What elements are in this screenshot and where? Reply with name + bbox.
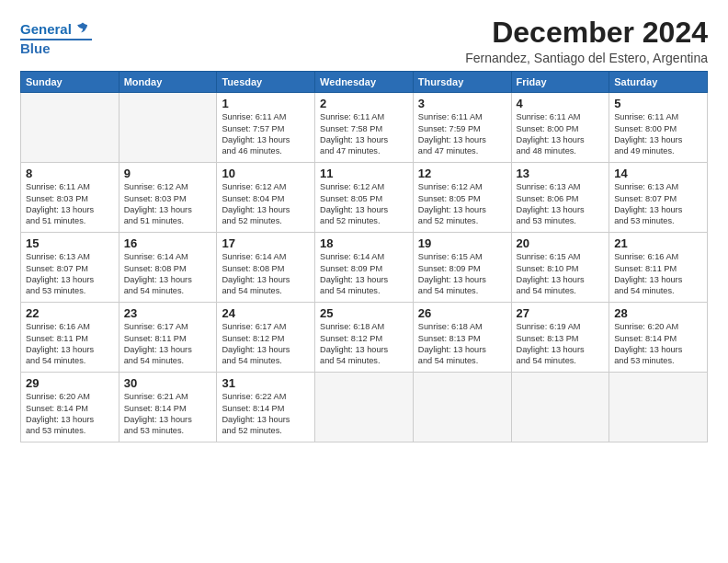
header-area: General Blue December 2024 Fernandez, Sa… bbox=[20, 17, 708, 65]
calendar-cell: 1 Sunrise: 6:11 AMSunset: 7:57 PMDayligh… bbox=[217, 93, 315, 163]
day-number: 20 bbox=[517, 236, 605, 250]
day-info: Sunrise: 6:11 AMSunset: 7:59 PMDaylight:… bbox=[418, 111, 506, 157]
day-info: Sunrise: 6:13 AMSunset: 8:06 PMDaylight:… bbox=[517, 181, 605, 227]
location-title: Fernandez, Santiago del Estero, Argentin… bbox=[465, 51, 708, 65]
day-info: Sunrise: 6:14 AMSunset: 8:09 PMDaylight:… bbox=[320, 251, 408, 297]
calendar-week-2: 8 Sunrise: 6:11 AMSunset: 8:03 PMDayligh… bbox=[21, 163, 708, 233]
calendar-week-3: 15 Sunrise: 6:13 AMSunset: 8:07 PMDaylig… bbox=[21, 233, 708, 303]
calendar-header-friday: Friday bbox=[511, 72, 609, 93]
day-number: 25 bbox=[320, 306, 408, 320]
day-info: Sunrise: 6:12 AMSunset: 8:03 PMDaylight:… bbox=[124, 181, 212, 227]
day-number: 18 bbox=[320, 236, 408, 250]
day-info: Sunrise: 6:21 AMSunset: 8:14 PMDaylight:… bbox=[124, 391, 212, 437]
calendar-header-wednesday: Wednesday bbox=[315, 72, 414, 93]
calendar-cell bbox=[511, 373, 609, 442]
day-number: 9 bbox=[124, 167, 212, 180]
calendar-cell: 5 Sunrise: 6:11 AMSunset: 8:00 PMDayligh… bbox=[609, 93, 708, 163]
day-number: 30 bbox=[124, 376, 212, 390]
day-number: 23 bbox=[124, 306, 212, 320]
calendar-cell: 23 Sunrise: 6:17 AMSunset: 8:11 PMDaylig… bbox=[119, 303, 217, 373]
day-number: 10 bbox=[222, 167, 310, 180]
day-info: Sunrise: 6:18 AMSunset: 8:12 PMDaylight:… bbox=[320, 321, 408, 367]
day-number: 1 bbox=[222, 97, 310, 110]
calendar-cell: 27 Sunrise: 6:19 AMSunset: 8:13 PMDaylig… bbox=[511, 303, 609, 373]
day-info: Sunrise: 6:16 AMSunset: 8:11 PMDaylight:… bbox=[614, 251, 702, 297]
calendar-cell: 13 Sunrise: 6:13 AMSunset: 8:06 PMDaylig… bbox=[511, 163, 609, 233]
day-info: Sunrise: 6:16 AMSunset: 8:11 PMDaylight:… bbox=[26, 321, 114, 367]
calendar-cell: 14 Sunrise: 6:13 AMSunset: 8:07 PMDaylig… bbox=[609, 163, 708, 233]
day-number: 12 bbox=[418, 167, 506, 180]
day-number: 8 bbox=[26, 167, 114, 180]
day-number: 16 bbox=[124, 236, 212, 250]
calendar-cell: 25 Sunrise: 6:18 AMSunset: 8:12 PMDaylig… bbox=[315, 303, 414, 373]
day-info: Sunrise: 6:17 AMSunset: 8:11 PMDaylight:… bbox=[124, 321, 212, 367]
calendar-cell: 11 Sunrise: 6:12 AMSunset: 8:05 PMDaylig… bbox=[315, 163, 414, 233]
calendar-cell: 18 Sunrise: 6:14 AMSunset: 8:09 PMDaylig… bbox=[315, 233, 414, 303]
day-info: Sunrise: 6:15 AMSunset: 8:10 PMDaylight:… bbox=[517, 251, 605, 297]
logo-bird-icon bbox=[74, 20, 92, 39]
day-info: Sunrise: 6:13 AMSunset: 8:07 PMDaylight:… bbox=[26, 251, 114, 297]
calendar-cell: 16 Sunrise: 6:14 AMSunset: 8:08 PMDaylig… bbox=[119, 233, 217, 303]
day-info: Sunrise: 6:11 AMSunset: 8:00 PMDaylight:… bbox=[517, 111, 605, 157]
day-number: 27 bbox=[517, 306, 605, 320]
day-number: 15 bbox=[26, 236, 114, 250]
calendar-cell: 8 Sunrise: 6:11 AMSunset: 8:03 PMDayligh… bbox=[21, 163, 119, 233]
calendar-header-monday: Monday bbox=[119, 72, 217, 93]
day-number: 22 bbox=[26, 306, 114, 320]
day-info: Sunrise: 6:15 AMSunset: 8:09 PMDaylight:… bbox=[418, 251, 506, 297]
calendar-cell bbox=[119, 93, 217, 163]
day-info: Sunrise: 6:19 AMSunset: 8:13 PMDaylight:… bbox=[517, 321, 605, 367]
calendar-cell: 15 Sunrise: 6:13 AMSunset: 8:07 PMDaylig… bbox=[21, 233, 119, 303]
day-number: 3 bbox=[418, 97, 506, 110]
day-number: 19 bbox=[418, 236, 506, 250]
day-number: 24 bbox=[222, 306, 310, 320]
calendar-cell: 29 Sunrise: 6:20 AMSunset: 8:14 PMDaylig… bbox=[21, 373, 119, 442]
day-number: 28 bbox=[614, 306, 702, 320]
logo-general: General bbox=[20, 21, 72, 37]
calendar-cell: 22 Sunrise: 6:16 AMSunset: 8:11 PMDaylig… bbox=[21, 303, 119, 373]
calendar-cell: 9 Sunrise: 6:12 AMSunset: 8:03 PMDayligh… bbox=[119, 163, 217, 233]
day-number: 11 bbox=[320, 167, 408, 180]
calendar-cell: 12 Sunrise: 6:12 AMSunset: 8:05 PMDaylig… bbox=[413, 163, 511, 233]
day-number: 31 bbox=[222, 376, 310, 390]
calendar-cell: 26 Sunrise: 6:18 AMSunset: 8:13 PMDaylig… bbox=[413, 303, 511, 373]
calendar-header-tuesday: Tuesday bbox=[217, 72, 315, 93]
calendar-cell: 30 Sunrise: 6:21 AMSunset: 8:14 PMDaylig… bbox=[119, 373, 217, 442]
day-number: 17 bbox=[222, 236, 310, 250]
day-number: 14 bbox=[614, 167, 702, 180]
calendar-cell: 4 Sunrise: 6:11 AMSunset: 8:00 PMDayligh… bbox=[511, 93, 609, 163]
day-info: Sunrise: 6:17 AMSunset: 8:12 PMDaylight:… bbox=[222, 321, 310, 367]
logo-blue: Blue bbox=[20, 39, 92, 57]
day-number: 4 bbox=[517, 97, 605, 110]
day-info: Sunrise: 6:12 AMSunset: 8:05 PMDaylight:… bbox=[418, 181, 506, 227]
day-info: Sunrise: 6:22 AMSunset: 8:14 PMDaylight:… bbox=[222, 391, 310, 437]
calendar-cell: 31 Sunrise: 6:22 AMSunset: 8:14 PMDaylig… bbox=[217, 373, 315, 442]
calendar-cell: 28 Sunrise: 6:20 AMSunset: 8:14 PMDaylig… bbox=[609, 303, 708, 373]
calendar-cell: 19 Sunrise: 6:15 AMSunset: 8:09 PMDaylig… bbox=[413, 233, 511, 303]
calendar-cell: 3 Sunrise: 6:11 AMSunset: 7:59 PMDayligh… bbox=[413, 93, 511, 163]
calendar-header-sunday: Sunday bbox=[21, 72, 119, 93]
calendar-week-1: 1 Sunrise: 6:11 AMSunset: 7:57 PMDayligh… bbox=[21, 93, 708, 163]
day-info: Sunrise: 6:12 AMSunset: 8:05 PMDaylight:… bbox=[320, 181, 408, 227]
title-area: December 2024 Fernandez, Santiago del Es… bbox=[465, 17, 708, 65]
logo: General Blue bbox=[20, 20, 92, 57]
calendar-table: SundayMondayTuesdayWednesdayThursdayFrid… bbox=[20, 71, 708, 442]
calendar-cell bbox=[315, 373, 414, 442]
logo-text: General bbox=[20, 22, 72, 38]
calendar-cell bbox=[413, 373, 511, 442]
day-number: 26 bbox=[418, 306, 506, 320]
day-number: 29 bbox=[26, 376, 114, 390]
day-info: Sunrise: 6:14 AMSunset: 8:08 PMDaylight:… bbox=[124, 251, 212, 297]
day-number: 2 bbox=[320, 97, 408, 110]
calendar-header-saturday: Saturday bbox=[609, 72, 708, 93]
calendar-header-thursday: Thursday bbox=[413, 72, 511, 93]
day-info: Sunrise: 6:12 AMSunset: 8:04 PMDaylight:… bbox=[222, 181, 310, 227]
day-info: Sunrise: 6:18 AMSunset: 8:13 PMDaylight:… bbox=[418, 321, 506, 367]
day-info: Sunrise: 6:11 AMSunset: 7:58 PMDaylight:… bbox=[320, 111, 408, 157]
day-info: Sunrise: 6:11 AMSunset: 8:00 PMDaylight:… bbox=[614, 111, 702, 157]
month-title: December 2024 bbox=[465, 17, 708, 49]
day-info: Sunrise: 6:11 AMSunset: 8:03 PMDaylight:… bbox=[26, 181, 114, 227]
calendar-cell: 20 Sunrise: 6:15 AMSunset: 8:10 PMDaylig… bbox=[511, 233, 609, 303]
calendar-week-5: 29 Sunrise: 6:20 AMSunset: 8:14 PMDaylig… bbox=[21, 373, 708, 442]
day-info: Sunrise: 6:13 AMSunset: 8:07 PMDaylight:… bbox=[614, 181, 702, 227]
